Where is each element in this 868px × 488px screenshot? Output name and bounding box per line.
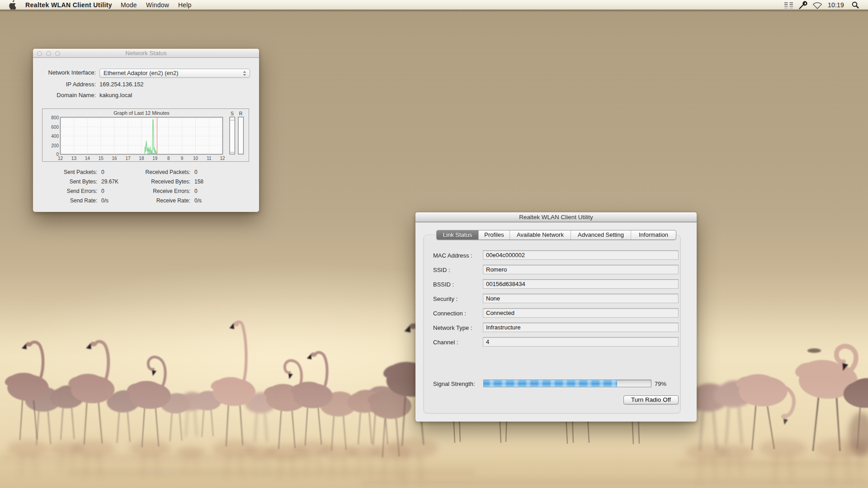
svg-text:18: 18 [139, 156, 144, 161]
svg-text:8: 8 [167, 156, 170, 161]
svg-text:14: 14 [85, 156, 90, 161]
svg-text:800: 800 [51, 115, 59, 120]
svg-text:200: 200 [51, 143, 59, 148]
svg-text:11: 11 [207, 156, 212, 161]
svg-text:Graph of Last 12 Minutes: Graph of Last 12 Minutes [113, 110, 170, 116]
svg-text:12: 12 [220, 156, 225, 161]
svg-text:10: 10 [193, 156, 198, 161]
svg-text:9: 9 [181, 156, 184, 161]
svg-text:400: 400 [51, 134, 59, 139]
svg-text:S: S [231, 111, 234, 116]
svg-text:600: 600 [51, 125, 59, 130]
svg-text:R: R [239, 111, 243, 116]
svg-text:12: 12 [58, 156, 63, 161]
svg-text:17: 17 [125, 156, 131, 161]
svg-text:19: 19 [152, 156, 158, 161]
svg-text:15: 15 [99, 156, 104, 161]
svg-text:16: 16 [112, 156, 118, 161]
svg-text:13: 13 [71, 156, 77, 161]
